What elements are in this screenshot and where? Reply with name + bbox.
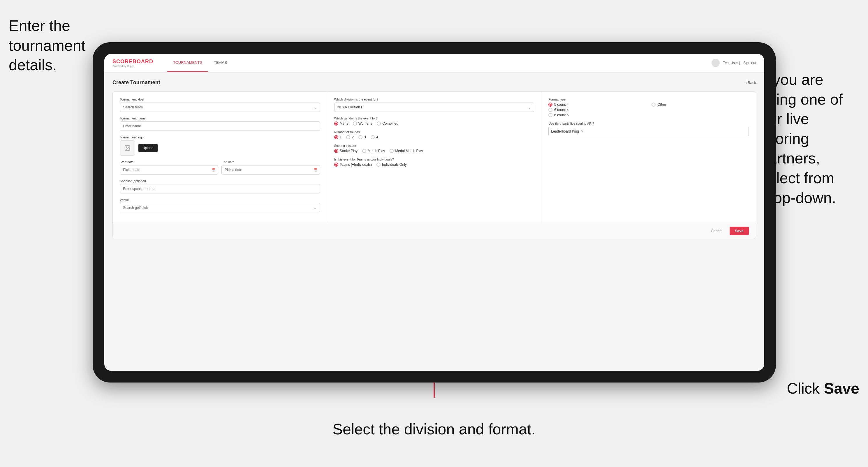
teams-radio-group: Teams (+Individuals) Individuals Only <box>334 162 534 167</box>
teams-group: Is this event for Teams and/or Individua… <box>334 158 534 167</box>
tournament-host-input[interactable] <box>120 102 320 112</box>
date-group: Start date End date <box>120 160 320 175</box>
form-col-1: Tournament Host Tournament name Tourname… <box>113 92 327 223</box>
rounds-4[interactable]: 4 <box>371 135 378 139</box>
rounds-2-radio[interactable] <box>346 135 350 139</box>
gender-radio-group: Mens Womens Combined <box>334 122 534 126</box>
gender-combined[interactable]: Combined <box>377 122 398 126</box>
tournament-name-input[interactable] <box>120 122 320 131</box>
rounds-1[interactable]: 1 <box>334 135 342 139</box>
live-scoring-group: Use third-party live scoring API? Leader… <box>548 122 749 136</box>
teams-plus-label: Teams (+Individuals) <box>340 162 372 167</box>
format-6count5[interactable]: 6 count 5 <box>548 113 646 117</box>
live-scoring-value: Leaderboard King <box>551 129 579 133</box>
format-other[interactable]: Other <box>652 102 749 106</box>
tournament-logo-label: Tournament logo <box>120 135 320 139</box>
gender-label: Which gender is the event for? <box>334 117 534 120</box>
format-6count4-label: 6 count 4 <box>554 108 568 112</box>
format-6count4[interactable]: 6 count 4 <box>548 108 646 112</box>
format-options: 5 count 4 Other 6 count 4 <box>548 102 749 117</box>
back-link[interactable]: Back <box>745 81 756 85</box>
save-button[interactable]: Save <box>730 227 749 235</box>
scoring-medal-match-radio[interactable] <box>390 149 394 153</box>
scoring-medal-match[interactable]: Medal Match Play <box>390 149 423 153</box>
scoring-radio-group: Stroke Play Match Play Medal Match Play <box>334 149 534 153</box>
scoring-match-label: Match Play <box>368 149 385 153</box>
format-6count5-radio[interactable] <box>548 113 553 117</box>
venue-input[interactable] <box>120 203 320 212</box>
svg-point-2 <box>126 147 127 148</box>
nav-tabs: TOURNAMENTS TEAMS <box>167 54 712 72</box>
scoring-stroke-radio[interactable] <box>334 149 338 153</box>
cancel-button[interactable]: Cancel <box>707 227 726 235</box>
page-title: Create Tournament <box>113 80 160 86</box>
form-body: Tournament Host Tournament name Tourname… <box>113 92 756 223</box>
venue-group: Venue <box>120 198 320 212</box>
brand: SCOREBOARD Powered by Clippd <box>113 59 153 68</box>
gender-womens-radio[interactable] <box>353 122 357 126</box>
form-footer: Cancel Save <box>113 223 756 239</box>
live-scoring-tag[interactable]: Leaderboard King ✕ <box>548 127 749 136</box>
rounds-1-label: 1 <box>340 135 342 139</box>
rounds-2[interactable]: 2 <box>346 135 354 139</box>
gender-combined-radio[interactable] <box>377 122 381 126</box>
start-date-input[interactable] <box>120 165 218 175</box>
division-wrap: NCAA Division I <box>334 102 534 112</box>
scoring-match-radio[interactable] <box>362 149 366 153</box>
gender-mens-label: Mens <box>340 122 348 126</box>
upload-button[interactable]: Upload <box>138 144 158 152</box>
live-scoring-label: Use third-party live scoring API? <box>548 122 749 125</box>
start-date-wrap <box>120 165 218 175</box>
division-select[interactable]: NCAA Division I <box>334 102 534 112</box>
navbar: SCOREBOARD Powered by Clippd TOURNAMENTS… <box>104 54 764 72</box>
gender-combined-label: Combined <box>382 122 398 126</box>
brand-sub: Powered by Clippd <box>113 65 153 68</box>
gender-womens[interactable]: Womens <box>353 122 372 126</box>
rounds-group: Number of rounds 1 2 <box>334 130 534 139</box>
scoring-label: Scoring system <box>334 144 534 148</box>
user-text: Test User | <box>723 61 740 65</box>
annotation-bottom-right: Click Save <box>787 379 859 399</box>
scoring-match[interactable]: Match Play <box>362 149 385 153</box>
teams-plus-individuals[interactable]: Teams (+Individuals) <box>334 162 372 167</box>
scoring-stroke[interactable]: Stroke Play <box>334 149 358 153</box>
rounds-1-radio[interactable] <box>334 135 338 139</box>
tournament-host-label: Tournament Host <box>120 98 320 101</box>
rounds-3-radio[interactable] <box>359 135 363 139</box>
click-save-prefix: Click <box>787 380 824 397</box>
gender-womens-label: Womens <box>359 122 372 126</box>
tab-teams[interactable]: TEAMS <box>208 54 233 72</box>
format-5count4-radio[interactable] <box>548 102 553 106</box>
rounds-2-label: 2 <box>352 135 354 139</box>
format-5count4[interactable]: 5 count 4 <box>548 102 646 106</box>
format-type-group: Format type 5 count 4 Other <box>548 98 749 117</box>
tournament-host-group: Tournament Host <box>120 98 320 112</box>
live-scoring-remove[interactable]: ✕ <box>581 129 584 133</box>
page-header: Create Tournament Back <box>113 80 756 86</box>
format-other-radio[interactable] <box>652 102 656 106</box>
format-other-label: Other <box>657 102 666 106</box>
individuals-only-radio[interactable] <box>376 162 380 167</box>
main-content: Create Tournament Back Tournament Host <box>104 72 764 371</box>
sign-out-link[interactable]: Sign out <box>743 61 756 65</box>
teams-plus-radio[interactable] <box>334 162 338 167</box>
tab-tournaments[interactable]: TOURNAMENTS <box>167 54 208 72</box>
start-date-label: Start date <box>120 160 218 164</box>
gender-mens-radio[interactable] <box>334 122 338 126</box>
user-avatar <box>712 59 720 67</box>
sponsor-input[interactable] <box>120 184 320 193</box>
gender-mens[interactable]: Mens <box>334 122 348 126</box>
rounds-radio-group: 1 2 3 <box>334 135 534 139</box>
format-6count4-radio[interactable] <box>548 108 553 112</box>
rounds-4-radio[interactable] <box>371 135 375 139</box>
end-date-group: End date <box>221 160 320 175</box>
division-label: Which division is the event for? <box>334 98 534 101</box>
format-type-label: Format type <box>548 98 749 101</box>
end-date-input[interactable] <box>221 165 320 175</box>
individuals-only[interactable]: Individuals Only <box>376 162 407 167</box>
tournament-logo-group: Tournament logo Upload <box>120 135 320 156</box>
tablet-screen: SCOREBOARD Powered by Clippd TOURNAMENTS… <box>104 54 764 371</box>
tournament-name-group: Tournament name <box>120 117 320 131</box>
rounds-3[interactable]: 3 <box>359 135 366 139</box>
image-icon <box>124 145 130 151</box>
